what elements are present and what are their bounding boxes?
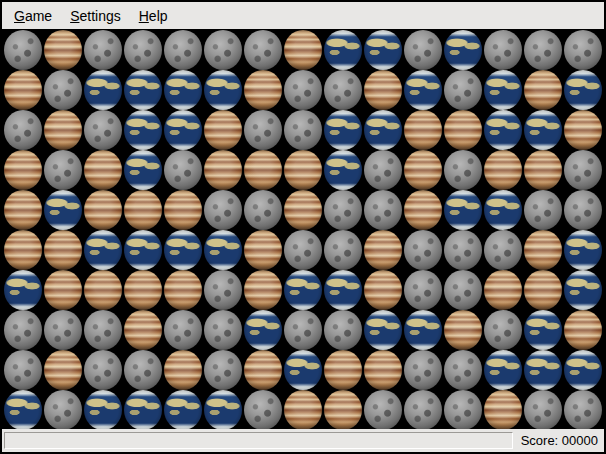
ball-moon[interactable] [523,190,563,230]
ball-jupiter[interactable] [243,230,283,270]
menu-game[interactable]: Game [5,4,61,28]
ball-earth[interactable] [563,270,603,310]
ball-jupiter[interactable] [403,110,443,150]
ball-moon[interactable] [163,30,203,70]
ball-moon[interactable] [123,350,163,390]
ball-earth[interactable] [403,70,443,110]
ball-moon[interactable] [83,110,123,150]
ball-jupiter[interactable] [123,310,163,350]
ball-moon[interactable] [283,110,323,150]
ball-moon[interactable] [483,30,523,70]
ball-moon[interactable] [443,270,483,310]
ball-jupiter[interactable] [483,150,523,190]
ball-moon[interactable] [243,110,283,150]
ball-jupiter[interactable] [163,270,203,310]
ball-jupiter[interactable] [523,150,563,190]
ball-jupiter[interactable] [523,230,563,270]
ball-jupiter[interactable] [43,230,83,270]
ball-jupiter[interactable] [323,390,363,429]
ball-earth[interactable] [323,270,363,310]
ball-jupiter[interactable] [43,30,83,70]
ball-moon[interactable] [203,270,243,310]
ball-moon[interactable] [403,270,443,310]
ball-earth[interactable] [563,70,603,110]
ball-moon[interactable] [43,310,83,350]
ball-jupiter[interactable] [523,70,563,110]
ball-jupiter[interactable] [483,270,523,310]
ball-moon[interactable] [243,30,283,70]
ball-earth[interactable] [123,70,163,110]
ball-jupiter[interactable] [83,150,123,190]
ball-moon[interactable] [203,310,243,350]
ball-moon[interactable] [563,190,603,230]
ball-earth[interactable] [323,30,363,70]
ball-earth[interactable] [563,230,603,270]
ball-earth[interactable] [163,110,203,150]
ball-moon[interactable] [43,390,83,429]
ball-moon[interactable] [203,350,243,390]
ball-earth[interactable] [483,70,523,110]
ball-jupiter[interactable] [163,350,203,390]
ball-moon[interactable] [203,30,243,70]
ball-moon[interactable] [83,350,123,390]
ball-moon[interactable] [283,310,323,350]
ball-jupiter[interactable] [363,70,403,110]
ball-jupiter[interactable] [403,190,443,230]
ball-earth[interactable] [83,230,123,270]
ball-earth[interactable] [243,310,283,350]
ball-jupiter[interactable] [43,110,83,150]
ball-earth[interactable] [83,390,123,429]
ball-earth[interactable] [203,70,243,110]
ball-jupiter[interactable] [523,270,563,310]
ball-earth[interactable] [323,110,363,150]
ball-moon[interactable] [563,390,603,429]
ball-jupiter[interactable] [483,390,523,429]
ball-moon[interactable] [363,390,403,429]
ball-moon[interactable] [563,30,603,70]
ball-moon[interactable] [403,390,443,429]
ball-earth[interactable] [283,270,323,310]
ball-jupiter[interactable] [123,270,163,310]
ball-jupiter[interactable] [443,310,483,350]
ball-earth[interactable] [523,110,563,150]
ball-moon[interactable] [163,150,203,190]
ball-moon[interactable] [443,350,483,390]
ball-moon[interactable] [403,230,443,270]
ball-moon[interactable] [323,190,363,230]
ball-earth[interactable] [363,310,403,350]
ball-jupiter[interactable] [203,110,243,150]
ball-moon[interactable] [3,350,43,390]
ball-jupiter[interactable] [283,150,323,190]
ball-moon[interactable] [323,310,363,350]
ball-jupiter[interactable] [363,230,403,270]
ball-earth[interactable] [523,310,563,350]
ball-jupiter[interactable] [203,150,243,190]
ball-earth[interactable] [163,230,203,270]
ball-moon[interactable] [403,350,443,390]
ball-moon[interactable] [443,70,483,110]
ball-moon[interactable] [443,150,483,190]
ball-jupiter[interactable] [563,310,603,350]
ball-earth[interactable] [363,110,403,150]
ball-jupiter[interactable] [243,350,283,390]
ball-jupiter[interactable] [283,30,323,70]
ball-moon[interactable] [403,30,443,70]
ball-earth[interactable] [483,110,523,150]
ball-moon[interactable] [523,390,563,429]
ball-moon[interactable] [123,30,163,70]
ball-earth[interactable] [443,190,483,230]
ball-jupiter[interactable] [3,70,43,110]
ball-earth[interactable] [323,150,363,190]
ball-moon[interactable] [243,190,283,230]
ball-moon[interactable] [323,70,363,110]
ball-moon[interactable] [43,70,83,110]
ball-earth[interactable] [123,110,163,150]
menu-settings[interactable]: Settings [61,4,130,28]
ball-jupiter[interactable] [43,350,83,390]
ball-earth[interactable] [203,390,243,429]
ball-earth[interactable] [203,230,243,270]
ball-jupiter[interactable] [3,190,43,230]
ball-earth[interactable] [3,390,43,429]
ball-jupiter[interactable] [83,270,123,310]
ball-earth[interactable] [43,190,83,230]
